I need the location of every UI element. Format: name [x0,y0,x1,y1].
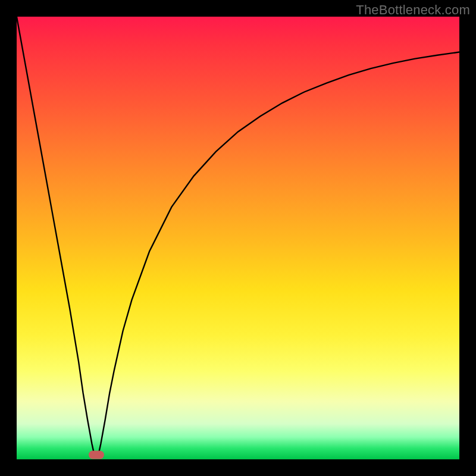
chart-frame: TheBottleneck.com [0,0,476,476]
watermark-text: TheBottleneck.com [356,2,470,18]
curve-layer [17,17,459,459]
plot-area [17,17,459,459]
bottleneck-curve [17,17,459,455]
